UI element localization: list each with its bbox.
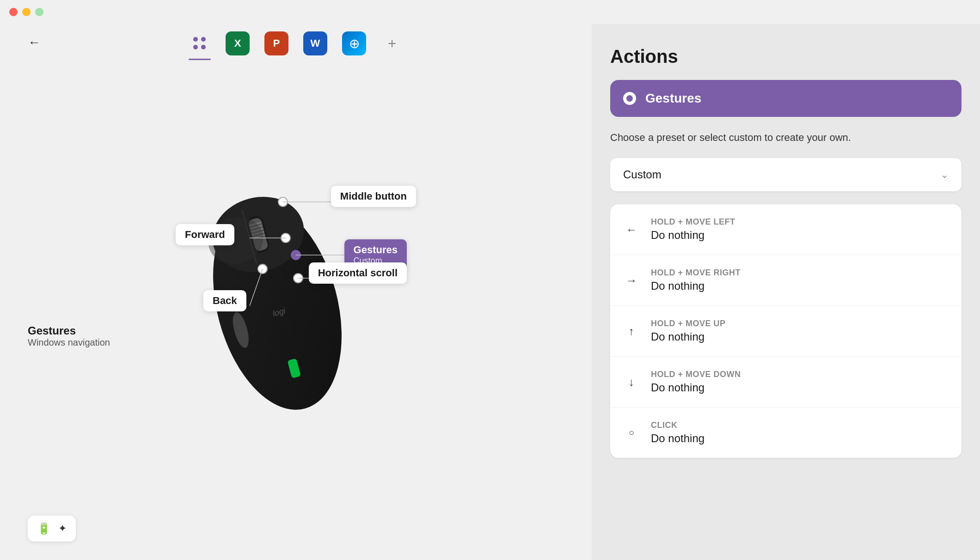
move-up-icon: ↑ — [623, 323, 640, 340]
click-value: Do nothing — [651, 432, 704, 445]
gestures-radio — [623, 92, 636, 105]
move-down-label: HOLD + MOVE DOWN — [651, 370, 741, 379]
left-panel: ← X — [0, 24, 592, 560]
move-left-value: Do nothing — [651, 229, 735, 242]
description-text: Choose a preset or select custom to crea… — [610, 130, 962, 145]
battery-icon: 🔋 — [37, 522, 51, 535]
click-icon: ○ — [623, 425, 640, 441]
dots-grid-icon — [193, 37, 206, 50]
panel-title: Actions — [610, 46, 962, 67]
word-icon: W — [303, 31, 327, 55]
move-left-icon: ← — [623, 221, 640, 238]
tab-safari[interactable]: ⊕ — [342, 31, 366, 61]
forward-label[interactable]: Forward — [176, 224, 234, 245]
move-down-value: Do nothing — [651, 381, 741, 394]
all-apps-icon — [189, 32, 211, 55]
move-right-value: Do nothing — [651, 280, 741, 292]
action-move-up[interactable]: ↑ HOLD + MOVE UP Do nothing — [610, 306, 962, 357]
mouse-container: logi — [148, 149, 444, 472]
add-icon: + — [381, 32, 403, 55]
gestures-radio-inner — [626, 95, 633, 102]
dot-4 — [201, 45, 206, 49]
click-label: CLICK — [651, 420, 704, 430]
excel-icon: X — [226, 31, 250, 55]
back-button[interactable]: ← — [28, 35, 41, 50]
dot-3 — [193, 45, 198, 49]
middle-button-label[interactable]: Middle button — [331, 186, 416, 207]
move-up-text: HOLD + MOVE UP Do nothing — [651, 319, 726, 343]
status-bar: 🔋 ✦ — [28, 516, 76, 542]
move-left-label: HOLD + MOVE LEFT — [651, 217, 735, 227]
move-right-label: HOLD + MOVE RIGHT — [651, 268, 741, 278]
dot-1 — [193, 37, 198, 42]
dot-2 — [201, 37, 206, 42]
close-button[interactable] — [9, 8, 18, 16]
actions-container: ← HOLD + MOVE LEFT Do nothing → HOLD + M… — [610, 204, 962, 458]
move-right-icon: → — [623, 272, 640, 289]
action-click[interactable]: ○ CLICK Do nothing — [610, 408, 962, 458]
gestures-card[interactable]: Gestures — [610, 80, 962, 117]
tab-word[interactable]: W — [303, 31, 327, 61]
gestures-card-label: Gestures — [645, 91, 701, 106]
preset-dropdown[interactable]: Custom ⌄ — [610, 158, 962, 191]
gestures-windows-label: Gestures Windows navigation — [28, 324, 110, 348]
move-up-value: Do nothing — [651, 330, 726, 343]
dropdown-value: Custom — [623, 168, 662, 181]
action-move-down[interactable]: ↓ HOLD + MOVE DOWN Do nothing — [610, 357, 962, 408]
app-body: ← X — [0, 24, 980, 560]
tab-excel[interactable]: X — [226, 31, 250, 61]
click-text: CLICK Do nothing — [651, 420, 704, 445]
chevron-down-icon: ⌄ — [941, 169, 949, 180]
right-panel: Actions Gestures Choose a preset or sele… — [592, 24, 980, 560]
titlebar — [0, 0, 980, 24]
move-down-text: HOLD + MOVE DOWN Do nothing — [651, 370, 741, 394]
maximize-button[interactable] — [35, 8, 43, 16]
move-up-label: HOLD + MOVE UP — [651, 319, 726, 329]
horizontal-scroll-label[interactable]: Horizontal scroll — [309, 262, 407, 284]
bluetooth-icon: ✦ — [58, 523, 67, 535]
tab-all-apps[interactable] — [189, 32, 211, 60]
move-down-icon: ↓ — [623, 374, 640, 390]
move-left-text: HOLD + MOVE LEFT Do nothing — [651, 217, 735, 242]
mouse-area: logi — [0, 61, 592, 560]
back-label[interactable]: Back — [203, 290, 246, 311]
action-move-left[interactable]: ← HOLD + MOVE LEFT Do nothing — [610, 204, 962, 255]
safari-icon: ⊕ — [342, 31, 366, 55]
action-move-right[interactable]: → HOLD + MOVE RIGHT Do nothing — [610, 255, 962, 306]
minimize-button[interactable] — [22, 8, 31, 16]
tab-add[interactable]: + — [381, 32, 403, 60]
powerpoint-icon: P — [264, 31, 288, 55]
move-right-text: HOLD + MOVE RIGHT Do nothing — [651, 268, 741, 292]
top-nav: ← X — [0, 24, 592, 61]
tab-powerpoint[interactable]: P — [264, 31, 288, 61]
